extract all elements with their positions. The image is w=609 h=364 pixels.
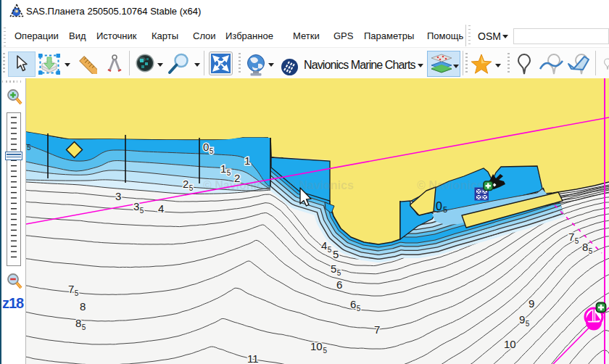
- svg-text:8: 8: [75, 317, 81, 329]
- svg-text:8: 8: [80, 300, 86, 313]
- svg-text:4: 4: [321, 239, 327, 252]
- svg-text:3: 3: [115, 190, 121, 202]
- svg-text:1: 1: [220, 162, 226, 175]
- svg-text:10: 10: [310, 340, 323, 352]
- svg-text:4: 4: [158, 202, 164, 215]
- svg-text:9: 9: [519, 313, 525, 326]
- svg-text:5: 5: [331, 262, 336, 275]
- svg-text:7: 7: [374, 323, 380, 336]
- svg-text:9: 9: [529, 297, 534, 310]
- svg-text:1: 1: [244, 154, 250, 167]
- svg-text:5: 5: [82, 323, 86, 331]
- svg-text:5: 5: [140, 207, 144, 215]
- svg-text:10: 10: [504, 338, 516, 350]
- svg-text:5: 5: [589, 247, 593, 255]
- svg-text:0: 0: [436, 200, 442, 212]
- svg-text:5: 5: [337, 269, 341, 277]
- svg-text:© Navionics: © Navionics: [287, 179, 354, 191]
- svg-text:5: 5: [27, 144, 31, 152]
- svg-text:7: 7: [68, 283, 74, 295]
- svg-text:6: 6: [350, 298, 356, 310]
- svg-text:5: 5: [189, 184, 194, 192]
- svg-text:0: 0: [203, 141, 209, 153]
- svg-text:5: 5: [443, 205, 447, 214]
- svg-text:5: 5: [357, 305, 361, 313]
- svg-text:11: 11: [247, 352, 259, 364]
- svg-text:5: 5: [323, 347, 327, 355]
- svg-text:5: 5: [75, 289, 79, 297]
- svg-text:2: 2: [234, 172, 240, 184]
- svg-text:5: 5: [227, 169, 231, 177]
- svg-text:7: 7: [568, 231, 574, 243]
- svg-text:6: 6: [336, 278, 342, 291]
- svg-text:8: 8: [582, 241, 588, 253]
- svg-text:© Navionics: © Navionics: [417, 179, 484, 191]
- svg-text:5: 5: [328, 246, 332, 254]
- svg-text:5: 5: [333, 248, 339, 260]
- svg-text:5: 5: [575, 237, 579, 245]
- svg-text:5: 5: [210, 147, 214, 155]
- svg-text:3: 3: [133, 200, 139, 212]
- svg-text:5: 5: [526, 320, 530, 328]
- svg-text:2: 2: [183, 178, 188, 190]
